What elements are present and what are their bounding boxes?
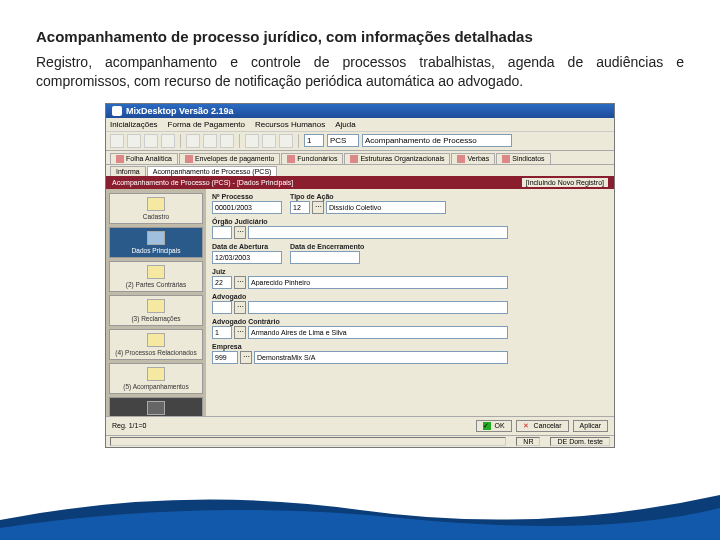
- tab-verbas[interactable]: Verbas: [451, 153, 495, 164]
- data-abertura-input[interactable]: [212, 251, 282, 264]
- orgao-code[interactable]: [212, 226, 232, 239]
- toolbar-btn-10[interactable]: [279, 134, 293, 148]
- footer-bar: Reg. 1/1=0 ✓OK ✕Cancelar Aplicar: [106, 416, 614, 435]
- sidenav-cadastro[interactable]: Cadastro: [109, 193, 203, 224]
- tab-funcionarios[interactable]: Funcionários: [281, 153, 343, 164]
- menubar: Inicializações Forma de Pagamento Recurs…: [106, 118, 614, 132]
- doc-icon: [502, 155, 510, 163]
- empresa-code[interactable]: [212, 351, 238, 364]
- tipo-acao-code[interactable]: [290, 201, 310, 214]
- doc-icon: [457, 155, 465, 163]
- menu-hr[interactable]: Recursos Humanos: [255, 120, 325, 129]
- advogado-contrario-code[interactable]: [212, 326, 232, 339]
- empresa-input[interactable]: [254, 351, 508, 364]
- toolbar-btn-3[interactable]: [144, 134, 158, 148]
- main-tabs: Folha Analítica Envelopes de pagamento F…: [106, 151, 614, 165]
- orgao-input[interactable]: [248, 226, 508, 239]
- section-header: Acompanhamento de Processo (PCS) - [Dado…: [106, 176, 614, 189]
- doc-icon: [116, 155, 124, 163]
- app-window: MixDesktop Versão 2.19a Inicializações F…: [105, 103, 615, 448]
- status-seg-2: NR: [516, 437, 540, 446]
- toolbar-btn-1[interactable]: [110, 134, 124, 148]
- toolbar-code1-input[interactable]: [304, 134, 324, 147]
- menu-init[interactable]: Inicializações: [110, 120, 158, 129]
- toolbar-separator: [239, 134, 240, 148]
- sidenav-partes-contrarias[interactable]: (2) Partes Contrárias: [109, 261, 203, 292]
- sidenav-dados-principais[interactable]: Dados Principais: [109, 227, 203, 258]
- close-icon: ✕: [523, 422, 531, 430]
- toolbar-btn-2[interactable]: [127, 134, 141, 148]
- toolbar: [106, 132, 614, 151]
- sidenav-processos-relacionados[interactable]: (4) Processos Relacionados: [109, 329, 203, 360]
- toolbar-separator: [298, 134, 299, 148]
- menu-payment[interactable]: Forma de Pagamento: [168, 120, 245, 129]
- data-abertura-label: Data de Abertura: [212, 243, 282, 250]
- form-area: Cadastro Dados Principais (2) Partes Con…: [106, 189, 614, 416]
- nprocesso-input[interactable]: [212, 201, 282, 214]
- toolbar-btn-9[interactable]: [262, 134, 276, 148]
- check-icon: ✓: [483, 422, 491, 430]
- expand-icon[interactable]: ⋯: [234, 326, 246, 339]
- toolbar-btn-6[interactable]: [203, 134, 217, 148]
- juiz-code[interactable]: [212, 276, 232, 289]
- doc-icon: [185, 155, 193, 163]
- toolbar-btn-5[interactable]: [186, 134, 200, 148]
- window-titlebar: MixDesktop Versão 2.19a: [106, 104, 614, 118]
- decorative-wave: [0, 480, 720, 540]
- juiz-input[interactable]: [248, 276, 508, 289]
- sub-tabs: Informa Acompanhamento de Processo (PCS): [106, 165, 614, 176]
- tab-folha[interactable]: Folha Analítica: [110, 153, 178, 164]
- expand-icon[interactable]: ⋯: [234, 301, 246, 314]
- toolbar-code2-input[interactable]: [327, 134, 359, 147]
- toolbar-separator: [180, 134, 181, 148]
- toolbar-btn-7[interactable]: [220, 134, 234, 148]
- section-status: [Incluindo Novo Registro]: [522, 178, 608, 187]
- app-icon: [112, 106, 122, 116]
- nprocesso-label: Nº Processo: [212, 193, 282, 200]
- empresa-label: Empresa: [212, 343, 608, 350]
- toolbar-code2-label[interactable]: [362, 134, 512, 147]
- status-seg-1: [110, 437, 506, 446]
- doc-icon: [287, 155, 295, 163]
- advogado-contrario-label: Advogado Contrário: [212, 318, 608, 325]
- page-title: Acompanhamento de processo jurídico, com…: [36, 28, 684, 45]
- advogado-code[interactable]: [212, 301, 232, 314]
- record-counter: Reg. 1/1=0: [112, 422, 146, 429]
- juiz-label: Juiz: [212, 268, 608, 275]
- toolbar-btn-4[interactable]: [161, 134, 175, 148]
- advogado-contrario-input[interactable]: [248, 326, 508, 339]
- sidenav-detalhes[interactable]: (6) Detalhes do Acompanhamento: [109, 397, 203, 416]
- tab-sindicatos[interactable]: Sindicatos: [496, 153, 550, 164]
- subtab-acompanhamento[interactable]: Acompanhamento de Processo (PCS): [147, 166, 278, 176]
- sidenav-reclamacoes[interactable]: (3) Reclamações: [109, 295, 203, 326]
- ok-button[interactable]: ✓OK: [476, 420, 511, 432]
- cancel-button[interactable]: ✕Cancelar: [516, 420, 569, 432]
- tab-estruturas[interactable]: Estruturas Organizacionais: [344, 153, 450, 164]
- advogado-input[interactable]: [248, 301, 508, 314]
- advogado-label: Advogado: [212, 293, 608, 300]
- subtab-informa[interactable]: Informa: [110, 166, 146, 176]
- expand-icon[interactable]: ⋯: [312, 201, 324, 214]
- tab-envelopes[interactable]: Envelopes de pagamento: [179, 153, 280, 164]
- data-encerramento-input[interactable]: [290, 251, 360, 264]
- page-description: Registro, acompanhamento e controle de p…: [36, 53, 684, 91]
- toolbar-btn-8[interactable]: [245, 134, 259, 148]
- apply-button[interactable]: Aplicar: [573, 420, 608, 432]
- sidenav-acompanhamentos[interactable]: (5) Acompanhamentos: [109, 363, 203, 394]
- window-title: MixDesktop Versão 2.19a: [126, 106, 234, 116]
- status-bar: NR DE Dom. teste: [106, 435, 614, 447]
- side-nav: Cadastro Dados Principais (2) Partes Con…: [106, 189, 206, 416]
- tipo-acao-input[interactable]: [326, 201, 446, 214]
- menu-help[interactable]: Ajuda: [335, 120, 355, 129]
- data-encerramento-label: Data de Encerramento: [290, 243, 364, 250]
- status-seg-3: DE Dom. teste: [550, 437, 610, 446]
- tipo-acao-label: Tipo de Ação: [290, 193, 446, 200]
- doc-icon: [350, 155, 358, 163]
- expand-icon[interactable]: ⋯: [234, 276, 246, 289]
- expand-icon[interactable]: ⋯: [234, 226, 246, 239]
- expand-icon[interactable]: ⋯: [240, 351, 252, 364]
- section-title: Acompanhamento de Processo (PCS) - [Dado…: [112, 179, 293, 186]
- form-body: Nº Processo Tipo de Ação ⋯ Órgão Judiciá…: [206, 189, 614, 416]
- orgao-label: Órgão Judiciário: [212, 218, 608, 225]
